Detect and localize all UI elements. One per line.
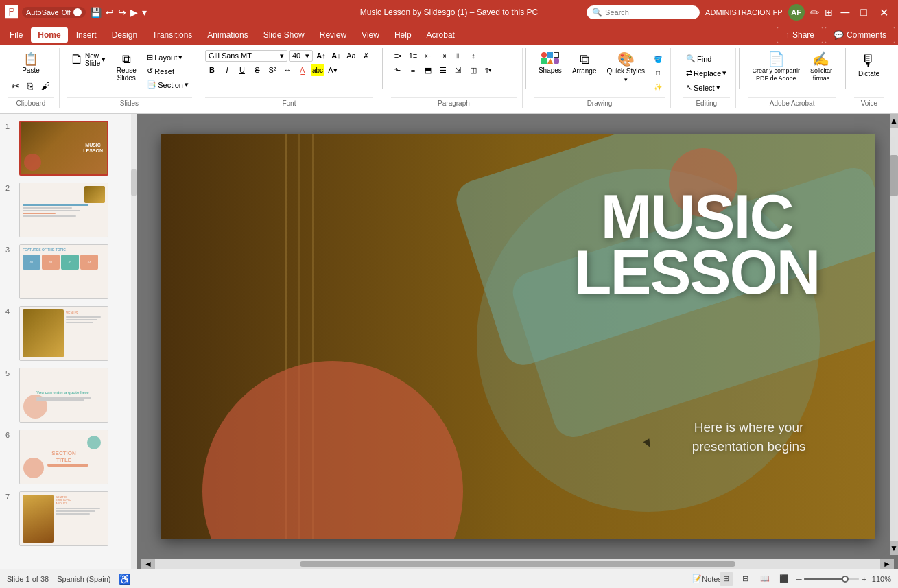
solicitar-firmas-button[interactable]: ✍ Solicitarfirmas: [806, 49, 836, 85]
notes-button[interactable]: 📝 Notes: [700, 572, 714, 586]
comments-button[interactable]: 💬 Comments: [825, 27, 895, 43]
settings-icon[interactable]: ▾: [142, 7, 147, 18]
view-toggle-icon[interactable]: ⊞: [825, 7, 833, 18]
search-box[interactable]: 🔍: [587, 5, 700, 19]
font-color-2-button[interactable]: A▾: [326, 64, 340, 76]
paragraph-options-button[interactable]: ¶▾: [482, 64, 495, 76]
slide-preview-1[interactable]: MUSICLESSON: [19, 121, 108, 176]
align-left-button[interactable]: ⬑: [391, 64, 405, 76]
align-center-button[interactable]: ≡: [406, 64, 420, 76]
justify-button[interactable]: ☰: [436, 64, 450, 76]
cut-button[interactable]: ✂: [8, 79, 23, 93]
crear-pdf-button[interactable]: 📄 Crear y compartirPDF de Adobe: [748, 49, 804, 85]
shape-fill-button[interactable]: 🪣: [651, 53, 665, 65]
increase-indent-button[interactable]: ⇥: [436, 49, 450, 62]
menu-design[interactable]: Design: [105, 27, 144, 43]
numbering-button[interactable]: 1≡: [406, 49, 420, 62]
italic-button[interactable]: I: [220, 64, 234, 76]
slide-preview-5[interactable]: You can enter a quote here: [19, 368, 108, 423]
zoom-minus-icon[interactable]: ─: [796, 575, 802, 583]
line-spacing-button[interactable]: ↕: [466, 49, 480, 62]
layout-button[interactable]: ⊞ Layout ▾: [143, 51, 192, 64]
text-direction-button[interactable]: ⇲: [451, 64, 465, 76]
char-spacing-button[interactable]: ↔: [281, 64, 294, 76]
menu-transitions[interactable]: Transitions: [145, 27, 199, 43]
reading-view-button[interactable]: 📖: [758, 572, 772, 586]
slide-thumb-3[interactable]: 3 FEATURES OF THE TOPIC 01 02 03 04: [3, 243, 134, 301]
close-icon[interactable]: ✕: [875, 6, 893, 19]
reset-button[interactable]: ↺ Reset: [143, 64, 192, 78]
format-painter-button[interactable]: 🖌: [38, 79, 54, 93]
scroll-left-button[interactable]: ◄: [141, 559, 155, 569]
new-slide-button[interactable]: 🗋 NewSlide ▾: [67, 49, 109, 69]
redo-icon[interactable]: ↪: [118, 7, 126, 18]
zoom-plus-icon[interactable]: +: [862, 575, 866, 583]
slide-thumb-2[interactable]: 2: [3, 181, 134, 239]
save-icon[interactable]: 💾: [90, 7, 102, 18]
slide-preview-3[interactable]: FEATURES OF THE TOPIC 01 02 03 04: [19, 244, 108, 299]
clear-format-button[interactable]: ✗: [359, 49, 373, 62]
underline-button[interactable]: U: [235, 64, 249, 76]
shape-effects-button[interactable]: ✨: [651, 80, 665, 93]
slide-preview-6[interactable]: SECTIONTITLE: [19, 430, 108, 484]
change-case-button[interactable]: Aa: [344, 49, 358, 62]
slide-thumb-7[interactable]: 7 WHAT ISTHIS TOPICABOUT?: [3, 490, 134, 548]
pen-icon[interactable]: ✏: [810, 6, 819, 19]
menu-slideshow[interactable]: Slide Show: [257, 27, 311, 43]
find-button[interactable]: 🔍 Find: [683, 52, 715, 65]
dictate-button[interactable]: 🎙 Dictate: [854, 49, 884, 80]
menu-help[interactable]: Help: [388, 27, 418, 43]
font-size-select[interactable]: 40 ▾: [289, 50, 313, 62]
menu-view[interactable]: View: [355, 27, 386, 43]
slide-thumb-6[interactable]: 6 SECTIONTITLE: [3, 428, 134, 486]
bold-button[interactable]: B: [205, 64, 219, 76]
share-button[interactable]: ↑ Share: [777, 27, 823, 43]
search-input[interactable]: [605, 8, 694, 16]
slide-thumb-4[interactable]: 4 VENUS: [3, 305, 134, 362]
align-right-button[interactable]: ⬒: [421, 64, 435, 76]
v-scrollbar-thumb[interactable]: [890, 155, 898, 196]
smart-art-button[interactable]: ◫: [466, 64, 480, 76]
decrease-indent-button[interactable]: ⇤: [421, 49, 435, 62]
scroll-up-button[interactable]: ▲: [890, 114, 898, 128]
minimize-icon[interactable]: ─: [838, 5, 853, 20]
slide-sorter-button[interactable]: ⊟: [739, 572, 753, 586]
menu-home[interactable]: Home: [31, 27, 67, 43]
autosave-toggle[interactable]: AutoSave Off: [22, 7, 86, 18]
menu-acrobat[interactable]: Acrobat: [420, 27, 462, 43]
normal-view-button[interactable]: ⊞: [720, 572, 733, 586]
slide-main[interactable]: MUSIC LESSON Here is where yourpresentat…: [161, 134, 875, 539]
slide-preview-7[interactable]: WHAT ISTHIS TOPICABOUT?: [19, 491, 108, 546]
canvas-scrollbar-v[interactable]: ▲ ▼: [890, 114, 898, 555]
bullets-button[interactable]: ≡•: [391, 49, 405, 62]
font-size-increase-button[interactable]: A↑: [314, 49, 328, 62]
slide-thumb-1[interactable]: 1 MUSICLESSON: [3, 119, 134, 177]
panel-scrollbar[interactable]: [131, 114, 137, 569]
zoom-track[interactable]: [804, 578, 859, 580]
text-shadow-button[interactable]: S²: [265, 64, 279, 76]
menu-animations[interactable]: Animations: [200, 27, 255, 43]
h-scrollbar-thumb[interactable]: [300, 561, 735, 567]
font-size-decrease-button[interactable]: A↓: [329, 49, 343, 62]
reuse-slides-button[interactable]: ⧉ ReuseSlides: [111, 49, 141, 85]
font-family-select[interactable]: Gill Sans MT ▾: [205, 50, 287, 62]
strikethrough-button[interactable]: S: [250, 64, 264, 76]
zoom-thumb[interactable]: [842, 576, 849, 583]
replace-button[interactable]: ⇄ Replace ▾: [683, 67, 730, 80]
maximize-icon[interactable]: □: [858, 6, 870, 19]
select-button[interactable]: ↖ Select ▾: [683, 81, 724, 94]
arrange-button[interactable]: ⧉ Arrange: [568, 49, 601, 78]
shape-outline-button[interactable]: □: [651, 67, 665, 79]
canvas-scrollbar-h[interactable]: ◄ ►: [141, 559, 894, 569]
section-button[interactable]: 📑 Section ▾: [143, 78, 192, 91]
undo-icon[interactable]: ↩: [106, 7, 114, 18]
quick-styles-button[interactable]: 🎨 Quick Styles ▾: [602, 49, 649, 86]
columns-button[interactable]: ⫴: [451, 49, 465, 62]
menu-insert[interactable]: Insert: [69, 27, 104, 43]
menu-review[interactable]: Review: [313, 27, 353, 43]
scroll-right-button[interactable]: ►: [880, 559, 894, 569]
slide-preview-2[interactable]: [19, 183, 108, 237]
paste-button[interactable]: 📋 Paste: [16, 49, 46, 78]
shapes-button[interactable]: Shapes: [534, 49, 566, 77]
zoom-slider[interactable]: ─ +: [796, 575, 866, 583]
